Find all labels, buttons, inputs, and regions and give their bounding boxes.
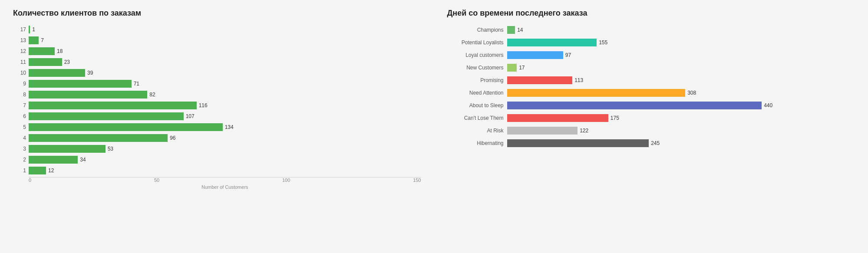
row-label: 1 bbox=[13, 168, 26, 174]
left-bar-chart: 17 1 13 7 12 18 11 23 10 bbox=[13, 25, 421, 175]
x-tick: 0 bbox=[29, 177, 31, 183]
row-label: 7 bbox=[13, 102, 26, 108]
row-label: 6 bbox=[13, 113, 26, 119]
bar-wrapper: 23 bbox=[29, 58, 70, 66]
bar-value: 14 bbox=[517, 27, 523, 33]
row-label: Need Attention bbox=[447, 90, 504, 96]
bar bbox=[29, 167, 46, 174]
bar-wrapper: 14 bbox=[507, 26, 523, 34]
row-label: 10 bbox=[13, 70, 26, 76]
bar-value: 308 bbox=[687, 90, 696, 96]
row-label: 12 bbox=[13, 48, 26, 54]
bar bbox=[29, 156, 78, 164]
left-x-axis-label: Number of Customers bbox=[29, 184, 421, 190]
bar bbox=[507, 102, 762, 109]
bar-wrapper: 308 bbox=[507, 89, 696, 97]
bar-value: 96 bbox=[170, 135, 175, 141]
bar-value: 7 bbox=[41, 37, 44, 43]
bar bbox=[29, 26, 30, 33]
row-label: 5 bbox=[13, 124, 26, 130]
bar-value: 53 bbox=[108, 146, 113, 152]
row-label: Potential Loyalists bbox=[447, 39, 504, 46]
bar-wrapper: 134 bbox=[29, 123, 234, 131]
row-label: Loyal customers bbox=[447, 52, 504, 58]
bar-wrapper: 71 bbox=[29, 80, 139, 88]
bar bbox=[29, 69, 85, 77]
bar-value: 113 bbox=[574, 77, 583, 83]
bar-value: 245 bbox=[651, 140, 660, 146]
table-row: 3 53 bbox=[13, 144, 421, 154]
left-x-axis-ticks: 050100150 bbox=[29, 177, 421, 183]
bar bbox=[507, 26, 515, 34]
bar bbox=[29, 36, 39, 44]
bar-wrapper: 440 bbox=[507, 102, 773, 109]
row-label: Promising bbox=[447, 77, 504, 83]
table-row: Can't Lose Them 175 bbox=[447, 113, 855, 123]
table-row: At Risk 122 bbox=[447, 125, 855, 136]
table-row: 11 23 bbox=[13, 57, 421, 67]
table-row: About to Sleep 440 bbox=[447, 100, 855, 111]
bar bbox=[29, 91, 147, 99]
row-label: 17 bbox=[13, 26, 26, 33]
row-label: 13 bbox=[13, 37, 26, 43]
table-row: 7 116 bbox=[13, 101, 421, 110]
bar-wrapper: 107 bbox=[29, 112, 195, 120]
bar bbox=[507, 64, 517, 72]
row-label: 2 bbox=[13, 157, 26, 163]
row-label: 8 bbox=[13, 92, 26, 98]
bar-value: 1 bbox=[32, 26, 35, 33]
bar-wrapper: 155 bbox=[507, 39, 608, 46]
table-row: 13 7 bbox=[13, 36, 421, 45]
bar bbox=[29, 80, 132, 88]
bar-value: 39 bbox=[87, 70, 93, 76]
bar-value: 175 bbox=[611, 115, 619, 121]
left-x-axis-area: 050100150 Number of Customers bbox=[13, 177, 421, 190]
table-row: 9 71 bbox=[13, 79, 421, 89]
bar bbox=[507, 114, 608, 122]
bar-wrapper: 96 bbox=[29, 134, 175, 142]
row-label: At Risk bbox=[447, 128, 504, 134]
bar bbox=[29, 134, 168, 142]
bar-value: 97 bbox=[565, 52, 571, 58]
bar-wrapper: 12 bbox=[29, 167, 54, 174]
table-row: Need Attention 308 bbox=[447, 88, 855, 98]
table-row: Promising 113 bbox=[447, 75, 855, 85]
bar bbox=[507, 39, 597, 46]
bar-value: 107 bbox=[186, 113, 195, 119]
table-row: Potential Loyalists 155 bbox=[447, 37, 855, 48]
bar-wrapper: 53 bbox=[29, 145, 113, 153]
bar bbox=[29, 123, 223, 131]
table-row: Hibernating 245 bbox=[447, 138, 855, 148]
row-label: Hibernating bbox=[447, 140, 504, 146]
right-bar-chart: Champions 14 Potential Loyalists 155 Loy… bbox=[447, 25, 855, 149]
table-row: Loyal customers 97 bbox=[447, 50, 855, 60]
bar-wrapper: 7 bbox=[29, 36, 44, 44]
bar-value: 17 bbox=[519, 65, 525, 71]
right-chart-title: Дней со времени последнего заказа bbox=[447, 9, 855, 18]
bar-value: 18 bbox=[57, 48, 63, 54]
charts-container: Количество клиентов по заказам 17 1 13 7… bbox=[13, 9, 855, 190]
table-row: 17 1 bbox=[13, 25, 421, 34]
row-label: About to Sleep bbox=[447, 102, 504, 108]
bar-wrapper: 18 bbox=[29, 47, 63, 55]
table-row: 10 39 bbox=[13, 68, 421, 78]
row-label: Can't Lose Them bbox=[447, 115, 504, 121]
bar bbox=[507, 127, 578, 135]
bar bbox=[507, 51, 563, 59]
bar bbox=[507, 89, 686, 97]
row-label: 4 bbox=[13, 135, 26, 141]
bar-value: 116 bbox=[199, 102, 208, 108]
bar bbox=[29, 145, 106, 153]
x-tick: 150 bbox=[413, 177, 421, 183]
bar-wrapper: 245 bbox=[507, 139, 660, 147]
table-row: 2 34 bbox=[13, 155, 421, 164]
bar-value: 12 bbox=[48, 168, 54, 174]
bar-wrapper: 122 bbox=[507, 127, 589, 135]
left-chart-title: Количество клиентов по заказам bbox=[13, 9, 421, 18]
bar-wrapper: 34 bbox=[29, 156, 86, 164]
table-row: 12 18 bbox=[13, 46, 421, 56]
bar-value: 23 bbox=[64, 59, 70, 65]
table-row: New Customers 17 bbox=[447, 62, 855, 73]
left-chart-section: Количество клиентов по заказам 17 1 13 7… bbox=[13, 9, 421, 190]
bar-wrapper: 17 bbox=[507, 64, 525, 72]
